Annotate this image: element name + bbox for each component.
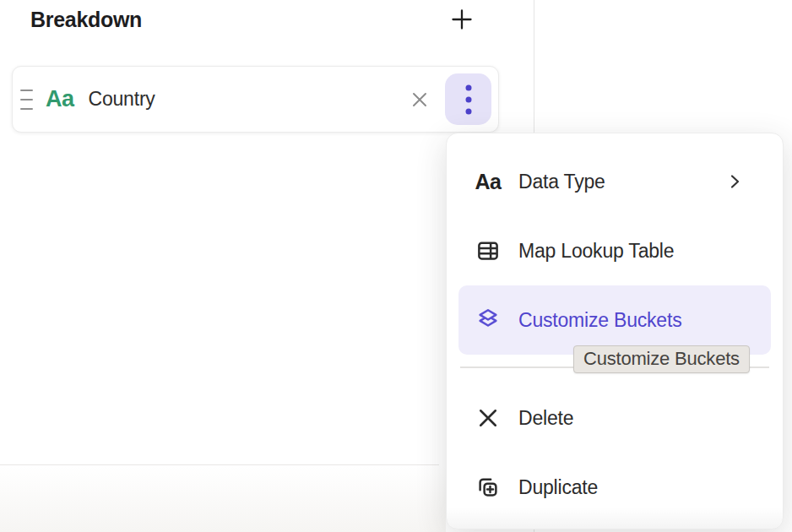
buckets-layers-icon <box>474 307 502 333</box>
plus-icon <box>449 7 475 32</box>
menu-item-data-type[interactable]: Aa Data Type <box>458 147 771 216</box>
breakdown-field-label: Country <box>89 88 155 111</box>
panel-footer-divider <box>0 464 439 465</box>
drag-handle-icon[interactable] <box>19 86 35 113</box>
menu-item-label: Data Type <box>518 171 605 193</box>
x-icon <box>409 89 431 111</box>
table-icon <box>474 238 502 263</box>
menu-item-customize-buckets[interactable]: Customize Buckets <box>458 285 771 355</box>
kebab-dots-icon <box>464 83 473 117</box>
context-menu: Aa Data Type Map Lookup Table Customize … <box>446 133 784 529</box>
menu-item-label: Customize Buckets <box>518 309 681 332</box>
panel-title: Breakdown <box>30 8 142 32</box>
text-type-icon: Aa <box>474 170 502 194</box>
more-options-button[interactable] <box>445 73 491 125</box>
menu-item-delete[interactable]: Delete <box>458 383 771 453</box>
duplicate-icon <box>474 475 502 500</box>
menu-item-label: Map Lookup Table <box>518 240 674 263</box>
menu-item-label: Duplicate <box>518 476 598 499</box>
breakdown-panel: { "header": { "title": "Breakdown", "add… <box>0 0 792 532</box>
menu-item-map-lookup-table[interactable]: Map Lookup Table <box>458 216 771 285</box>
add-breakdown-button[interactable] <box>448 5 476 34</box>
menu-item-duplicate[interactable]: Duplicate <box>458 453 771 522</box>
breakdown-card[interactable]: Aa Country <box>12 66 499 133</box>
x-icon <box>474 406 502 430</box>
tooltip: Customize Buckets <box>573 345 750 373</box>
chevron-right-icon <box>725 172 744 191</box>
data-type-badge: Aa <box>46 86 74 112</box>
panel-footer-fade <box>0 465 446 532</box>
remove-breakdown-button[interactable] <box>406 86 433 113</box>
menu-item-label: Delete <box>518 407 573 430</box>
